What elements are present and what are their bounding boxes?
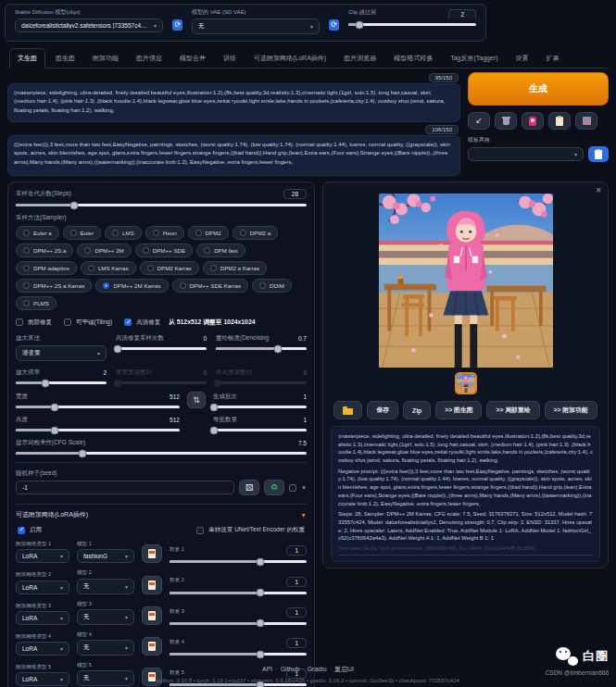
api-link[interactable]: API bbox=[262, 666, 272, 672]
sampler-dpmpp-2s-a-karras[interactable]: DPM++ 2S a Karras bbox=[16, 279, 92, 293]
gradio-link[interactable]: Gradio bbox=[308, 666, 327, 672]
lora-enable-label[interactable]: 启用 bbox=[30, 526, 42, 534]
lora-weight-slider[interactable] bbox=[170, 683, 307, 686]
upscale-by-slider[interactable] bbox=[16, 381, 107, 384]
sampler-dpm-adaptive[interactable]: DPM adaptive bbox=[16, 261, 77, 275]
tab-settings[interactable]: 设置 bbox=[509, 49, 536, 68]
sampler-dpmpp-sde-karras[interactable]: DPM++ SDE Karras bbox=[172, 279, 248, 293]
tab-model-converter[interactable]: 模型格式转换 bbox=[386, 49, 440, 68]
tiling-checkbox[interactable] bbox=[64, 319, 71, 326]
lora-accordion-header[interactable]: 可选附加网络(LoRA插件) ▼ bbox=[16, 510, 307, 519]
hires-fix-checkbox[interactable] bbox=[124, 319, 132, 326]
sampler-dpm2-a[interactable]: DPM2 a bbox=[233, 226, 278, 240]
clear-prompt-button[interactable] bbox=[495, 112, 517, 130]
tab-tagger[interactable]: Tag反推(Tagger) bbox=[443, 49, 505, 68]
github-link[interactable]: Github bbox=[281, 666, 300, 672]
lora-type-dropdown[interactable]: LoRA▾ bbox=[16, 549, 69, 563]
height-slider[interactable] bbox=[16, 429, 180, 431]
tab-checkpoint-merger[interactable]: 模型合并 bbox=[172, 49, 213, 68]
lora-model-dropdown[interactable]: 无▾ bbox=[77, 640, 134, 656]
sampler-heun[interactable]: Heun bbox=[145, 226, 184, 240]
upscale-by-value[interactable]: 2 bbox=[103, 369, 107, 376]
seed-input[interactable] bbox=[16, 481, 234, 494]
sampler-lms-karras[interactable]: LMS Karras bbox=[81, 261, 136, 275]
sampler-dpmpp-2m-karras-selected[interactable]: DPM++ 2M Karras bbox=[95, 279, 168, 293]
sampler-lms[interactable]: LMS bbox=[105, 226, 142, 240]
lora-model-info-button[interactable] bbox=[142, 637, 162, 656]
sampler-dpm2-karras[interactable]: DPM2 Karras bbox=[140, 261, 199, 275]
lora-model-info-button[interactable] bbox=[142, 544, 162, 563]
sampler-dpm2-a-karras[interactable]: DPM2 a Karras bbox=[203, 261, 267, 275]
restore-faces-label[interactable]: 面部修复 bbox=[28, 319, 52, 327]
vae-refresh-button[interactable]: ⟳ bbox=[329, 19, 339, 31]
cfg-scale-value[interactable]: 7.5 bbox=[298, 440, 307, 446]
random-seed-button[interactable]: ⚄ bbox=[239, 480, 259, 495]
sampler-ddim[interactable]: DDIM bbox=[252, 279, 292, 293]
sampler-euler[interactable]: Euler bbox=[63, 226, 101, 240]
lora-type-dropdown[interactable]: LoRA▾ bbox=[16, 611, 69, 625]
swap-dimensions-button[interactable]: ⇅ bbox=[187, 392, 206, 408]
batch-size-slider[interactable] bbox=[213, 429, 307, 431]
height-value[interactable]: 512 bbox=[170, 417, 180, 423]
lora-model-dropdown[interactable]: 无▾ bbox=[77, 609, 134, 625]
send-to-inpaint-button[interactable]: >> 局部重绘 bbox=[486, 401, 539, 419]
reuse-seed-button[interactable]: ♻ bbox=[264, 480, 284, 495]
clip-skip-slider[interactable] bbox=[348, 23, 476, 26]
hires-fix-label[interactable]: 高清修复 bbox=[136, 319, 160, 327]
apply-styles-confirm-button[interactable] bbox=[588, 146, 609, 162]
thumbnail-selected[interactable] bbox=[455, 372, 477, 394]
lora-weight-slider[interactable] bbox=[170, 653, 307, 656]
zip-button[interactable]: Zip bbox=[403, 401, 431, 419]
lora-model-info-button[interactable] bbox=[142, 576, 162, 594]
lora-weight-value[interactable]: 1 bbox=[286, 577, 307, 587]
extra-networks-button[interactable] bbox=[522, 112, 544, 130]
upscaler-dropdown[interactable]: 潜变量▾ bbox=[16, 345, 107, 361]
lora-separate-weights-checkbox[interactable] bbox=[196, 527, 204, 534]
tab-extras[interactable]: 附加功能 bbox=[85, 49, 126, 68]
denoising-value[interactable]: 0.7 bbox=[298, 335, 307, 342]
batch-size-value[interactable]: 1 bbox=[303, 417, 307, 423]
clip-skip-value[interactable]: 2 bbox=[448, 9, 476, 19]
save-style-button[interactable] bbox=[575, 112, 597, 130]
lora-weight-slider[interactable] bbox=[170, 560, 307, 563]
vae-dropdown[interactable]: 无 ▾ bbox=[192, 19, 320, 34]
ckpt-refresh-button[interactable]: ⟳ bbox=[172, 19, 182, 31]
lora-model-info-button[interactable] bbox=[142, 606, 162, 625]
sampler-dpmpp-2s-a[interactable]: DPM++ 2S a bbox=[16, 244, 73, 257]
generated-image[interactable] bbox=[379, 194, 553, 368]
cfg-scale-slider[interactable] bbox=[16, 452, 307, 455]
restore-faces-checkbox[interactable] bbox=[16, 319, 23, 326]
ckpt-dropdown[interactable]: dalceforealistictallyv2.safetensors [733… bbox=[15, 19, 163, 32]
prompt-input[interactable]: (masterpiece, sidelighting, ultra-detail… bbox=[7, 83, 460, 122]
paste-params-button[interactable]: ↙ bbox=[468, 112, 490, 130]
apply-style-button[interactable] bbox=[548, 112, 571, 130]
tab-extensions[interactable]: 扩展 bbox=[539, 49, 567, 68]
reload-ui-link[interactable]: 重启UI bbox=[334, 666, 354, 672]
styles-dropdown[interactable]: ▾ bbox=[468, 147, 584, 161]
tab-lora[interactable]: 可选附加网络(LoRA插件) bbox=[246, 49, 333, 68]
seed-expand-caret[interactable]: ▼ bbox=[301, 485, 307, 491]
sampler-dpm2[interactable]: DPM2 bbox=[188, 226, 229, 240]
hires-steps-value[interactable]: 0 bbox=[203, 335, 207, 342]
batch-count-value[interactable]: 1 bbox=[303, 393, 307, 400]
width-value[interactable]: 512 bbox=[170, 393, 180, 400]
sampler-dpm-fast[interactable]: DPM fast bbox=[196, 244, 245, 257]
lora-separate-weights-label[interactable]: 单独设置 UNet/Text Encoder 的权重 bbox=[208, 526, 305, 534]
send-to-img2img-button[interactable]: >> 图生图 bbox=[435, 401, 482, 419]
sampler-plms[interactable]: PLMS bbox=[16, 296, 57, 310]
lora-type-dropdown[interactable]: LoRA▾ bbox=[16, 642, 69, 656]
tab-train[interactable]: 训练 bbox=[216, 49, 244, 68]
lora-weight-value[interactable]: 1 bbox=[286, 607, 307, 618]
sampler-euler-a[interactable]: Euler a bbox=[16, 226, 59, 240]
lora-weight-slider[interactable] bbox=[170, 622, 307, 625]
save-image-button[interactable]: 保存 bbox=[367, 401, 398, 419]
tab-txt2img[interactable]: 文生图 bbox=[9, 48, 45, 69]
sampler-dpmpp-sde[interactable]: DPM++ SDE bbox=[135, 244, 193, 257]
negative-prompt-input[interactable]: (((extra feet))),3 feet,more than two fe… bbox=[7, 135, 460, 176]
open-folder-button[interactable] bbox=[333, 401, 362, 419]
sampler-dpmpp-2m[interactable]: DPM++ 2M bbox=[77, 244, 131, 257]
extra-seed-checkbox[interactable] bbox=[289, 484, 296, 492]
lora-weight-value[interactable]: 1 bbox=[286, 545, 307, 556]
steps-value[interactable]: 28 bbox=[283, 189, 307, 199]
lora-type-dropdown[interactable]: LoRA▾ bbox=[16, 581, 69, 594]
